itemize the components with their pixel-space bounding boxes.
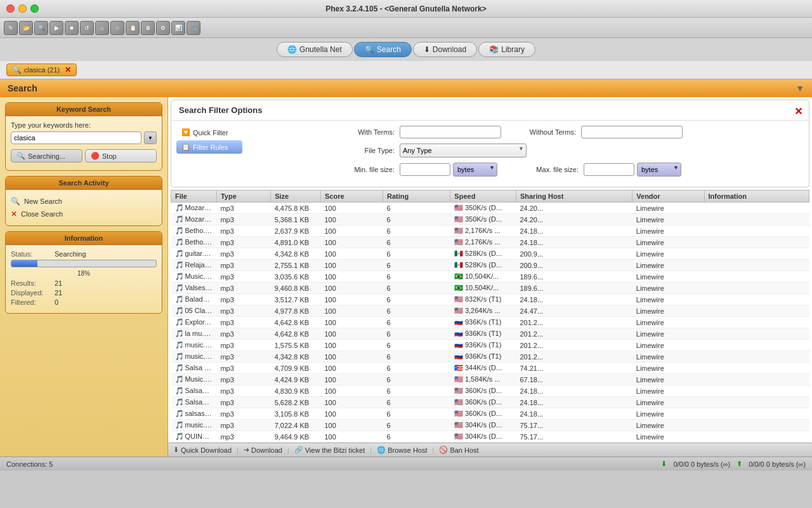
toolbar-icon-9[interactable]: 📋 bbox=[126, 21, 140, 35]
toolbar-icon-8[interactable]: ☆ bbox=[110, 21, 124, 35]
toolbar-icon-13[interactable]: 🔧 bbox=[187, 21, 200, 35]
search-tab-item[interactable]: 🔍 clasica (21) ✕ bbox=[6, 64, 77, 76]
cell-size: 2,637.9 KB bbox=[271, 225, 321, 237]
with-terms-input[interactable] bbox=[400, 126, 501, 138]
table-row[interactable]: 🎵la mu.mp3 mp3 4,642.8 KB 100 6 🇷🇺 936K/… bbox=[171, 328, 809, 340]
tab-search[interactable]: 🔍 Search bbox=[354, 42, 412, 57]
cell-info bbox=[704, 271, 809, 283]
toolbar-icon-12[interactable]: 📊 bbox=[171, 21, 185, 35]
search-collapse-arrow[interactable]: ▼ bbox=[796, 83, 804, 93]
col-size[interactable]: Size bbox=[271, 190, 321, 203]
table-row[interactable]: 🎵Mozart.mp3 mp3 5,368.1 KB 100 6 🇺🇸 350K… bbox=[171, 214, 809, 225]
filter-tab-rules[interactable]: 📋 Filter Rules bbox=[176, 140, 242, 154]
max-size-input[interactable] bbox=[584, 163, 634, 176]
nav-tabs: 🌐 Gnutella Net 🔍 Search ⬇ Download 📚 Lib… bbox=[0, 38, 812, 61]
table-row[interactable]: 🎵Salsa l.mp3 mp3 4,709.9 KB 100 6 🇵🇷 344… bbox=[171, 363, 809, 374]
cell-rating: 6 bbox=[383, 397, 450, 408]
table-row[interactable]: 🎵Explor.mp3 mp3 4,642.8 KB 100 6 🇷🇺 936K… bbox=[171, 317, 809, 328]
cell-file: 🎵Mozart.mp3 bbox=[171, 214, 217, 225]
tab-library[interactable]: 📚 Library bbox=[478, 42, 535, 57]
table-row[interactable]: 🎵music.mp3 mp3 1,575.5 KB 100 6 🇷🇺 936K/… bbox=[171, 340, 809, 351]
download-button[interactable]: ➜ Download bbox=[244, 446, 282, 454]
stop-button[interactable]: 🔴 Stop bbox=[85, 149, 157, 163]
cell-size: 9,464.9 KB bbox=[271, 431, 321, 443]
toolbar-icon-10[interactable]: 🖥 bbox=[141, 21, 155, 35]
cell-speed: 🇺🇸 3,264K/s ... bbox=[450, 305, 516, 317]
table-row[interactable]: 🎵salsas.mp3 mp3 3,105.8 KB 100 6 🇺🇸 360K… bbox=[171, 408, 809, 420]
cell-host: 24.18... bbox=[516, 294, 632, 305]
col-sharing-host[interactable]: Sharing Host bbox=[516, 190, 632, 203]
view-bitzi-label: View the Bitzi ticket bbox=[305, 446, 365, 454]
toolbar-icon-3[interactable]: 🔍 bbox=[34, 21, 48, 35]
table-row[interactable]: 🎵Betho.mp3 mp3 2,637.9 KB 100 6 🇺🇸 2,176… bbox=[171, 225, 809, 237]
max-size-unit-select[interactable]: bytes KB MB GB bbox=[637, 163, 681, 177]
search-tab-close-button[interactable]: ✕ bbox=[65, 65, 71, 74]
table-row[interactable]: 🎵Music.mp3 mp3 4,424.9 KB 100 6 🇺🇸 1,584… bbox=[171, 374, 809, 385]
cell-rating: 6 bbox=[383, 260, 450, 271]
window-controls[interactable] bbox=[6, 4, 39, 13]
col-file[interactable]: File bbox=[171, 190, 217, 203]
table-row[interactable]: 🎵QUINC.mp3 mp3 9,464.9 KB 100 6 🇺🇸 304K/… bbox=[171, 431, 809, 443]
col-score[interactable]: Score bbox=[320, 190, 383, 203]
file-icon: 🎵 bbox=[175, 364, 184, 371]
status-label: Status: bbox=[11, 250, 52, 258]
table-row[interactable]: 🎵Balada.mp3 mp3 3,512.7 KB 100 6 🇺🇸 832K… bbox=[171, 294, 809, 305]
ban-host-icon: 🚫 bbox=[439, 446, 448, 454]
cell-file: 🎵music.mp3 bbox=[171, 340, 217, 351]
table-row[interactable]: 🎵Music.mp3 mp3 3,035.6 KB 100 6 🇧🇷 10,50… bbox=[171, 271, 809, 283]
cell-size: 9,460.8 KB bbox=[271, 283, 321, 294]
toolbar-icon-2[interactable]: 📂 bbox=[19, 21, 33, 35]
toolbar-icon-4[interactable]: ▶ bbox=[49, 21, 63, 35]
download-tab-icon: ⬇ bbox=[424, 45, 430, 54]
table-row[interactable]: 🎵Relaja.mp3 mp3 2,755.1 KB 100 6 🇲🇽 528K… bbox=[171, 260, 809, 271]
maximize-button[interactable] bbox=[30, 4, 39, 13]
browse-host-button[interactable]: 🌐 Browse Host bbox=[377, 446, 427, 454]
ban-host-button[interactable]: 🚫 Ban Host bbox=[439, 446, 478, 454]
table-row[interactable]: 🎵Salsas.mp3 mp3 4,830.9 KB 100 6 🇺🇸 360K… bbox=[171, 385, 809, 397]
min-size-unit-select[interactable]: bytes KB MB GB bbox=[453, 163, 497, 177]
table-row[interactable]: 🎵Valses.mp3 mp3 9,460.8 KB 100 6 🇧🇷 10,5… bbox=[171, 283, 809, 294]
keyword-dropdown-button[interactable]: ▼ bbox=[144, 131, 157, 144]
table-row[interactable]: 🎵Salsas.mp3 mp3 5,628.2 KB 100 6 🇺🇸 360K… bbox=[171, 397, 809, 408]
cell-file: 🎵Music.mp3 bbox=[171, 271, 217, 283]
cell-info bbox=[704, 260, 809, 271]
close-button[interactable] bbox=[6, 4, 15, 13]
tab-gnutella-label: Gnutella Net bbox=[299, 45, 342, 54]
table-row[interactable]: 🎵Mozart.mp3 mp3 4,475.8 KB 100 6 🇺🇸 350K… bbox=[171, 203, 809, 214]
table-row[interactable]: 🎵music.mp3 mp3 7,022.4 KB 100 6 🇺🇸 304K/… bbox=[171, 420, 809, 431]
tab-gnutella[interactable]: 🌐 Gnutella Net bbox=[277, 42, 353, 57]
file-type-select[interactable]: Any Type Audio Video Images Documents Pr… bbox=[400, 144, 527, 157]
table-row[interactable]: 🎵05 Clawma mp3 4,977.8 KB 100 6 🇺🇸 3,264… bbox=[171, 305, 809, 317]
tab-download[interactable]: ⬇ Download bbox=[413, 42, 477, 57]
col-vendor[interactable]: Vendor bbox=[632, 190, 704, 203]
toolbar-icon-6[interactable]: ↺ bbox=[80, 21, 94, 35]
col-information[interactable]: Information bbox=[704, 190, 809, 203]
minimize-button[interactable] bbox=[18, 4, 27, 13]
table-row[interactable]: 🎵guitar.mp3 mp3 4,342.8 KB 100 6 🇲🇽 528K… bbox=[171, 248, 809, 260]
col-type[interactable]: Type bbox=[216, 190, 270, 203]
quick-download-button[interactable]: ⬇ Quick Download bbox=[173, 446, 232, 454]
without-terms-input[interactable] bbox=[581, 126, 683, 138]
table-row[interactable]: 🎵music.mp3 mp3 4,342.8 KB 100 6 🇷🇺 936K/… bbox=[171, 351, 809, 363]
view-bitzi-button[interactable]: 🔗 View the Bitzi ticket bbox=[294, 446, 365, 454]
new-search-item[interactable]: 🔍 New Search bbox=[11, 195, 157, 208]
searching-button[interactable]: 🔍 Searching... bbox=[11, 149, 82, 163]
cell-host: 75.17... bbox=[516, 420, 632, 431]
toolbar-icon-11[interactable]: ⚙ bbox=[156, 21, 170, 35]
cell-vendor: Limewire bbox=[632, 408, 704, 420]
table-row[interactable]: 🎵Betho.mp3 mp3 4,891.0 KB 100 6 🇺🇸 2,176… bbox=[171, 237, 809, 248]
filter-tab-quick[interactable]: 🔽 Quick Filter bbox=[176, 126, 242, 139]
col-rating[interactable]: Rating bbox=[383, 190, 450, 203]
toolbar-icon-7[interactable]: ⌂ bbox=[95, 21, 109, 35]
min-size-input[interactable] bbox=[400, 163, 450, 176]
keyword-input[interactable] bbox=[11, 131, 141, 144]
file-type-select-wrapper: Any Type Audio Video Images Documents Pr… bbox=[400, 144, 527, 157]
toolbar-icon-5[interactable]: ■ bbox=[65, 21, 79, 35]
filter-close-button[interactable]: ✕ bbox=[794, 105, 802, 117]
close-search-item[interactable]: ✕ Close Search bbox=[11, 208, 157, 220]
search-tab-bar: 🔍 clasica (21) ✕ bbox=[0, 61, 812, 79]
col-speed[interactable]: Speed bbox=[450, 190, 516, 203]
cell-type: mp3 bbox=[216, 374, 270, 385]
cell-vendor: Limewire bbox=[632, 294, 704, 305]
toolbar-icon-1[interactable]: ✎ bbox=[4, 21, 18, 35]
